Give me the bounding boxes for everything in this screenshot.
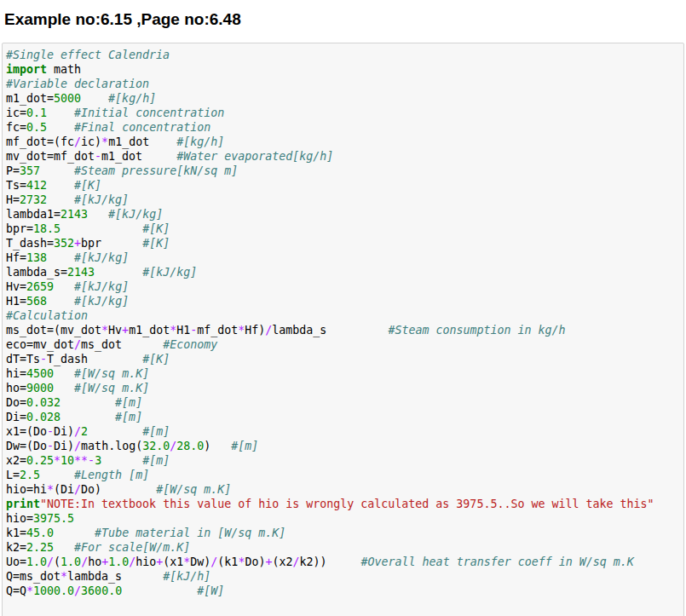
code-line: mv_dot=mf_dot-m1_dot #Water evaporated[k… [6,149,680,164]
code-token-c: #Length [m] [74,469,149,481]
code-line: T_dash=352+bpr #[K] [6,236,680,250]
code-token-k: print [6,498,40,510]
code-token-o: **- [74,454,95,467]
code-token-o: / [74,338,81,351]
code-token-o: * [61,570,67,583]
code-token-c: #Tube material in [W/sq m.K] [95,527,285,539]
code-token-p: H1 [176,324,190,337]
code-token-n: 10 [61,454,74,467]
code-line: fc=0.5 #Final concentration [6,120,680,135]
code-token-n: 0.1 [26,107,47,119]
code-token-n: 18.5 [33,222,61,235]
code-token-n: 2732 [20,193,47,206]
code-token-n: 2.5 [20,469,40,481]
code-token-p [54,280,74,293]
code-token-p: Do= [6,396,26,409]
code-line: #Variable declaration [6,77,680,91]
code-token-p: x2= [6,454,26,467]
code-token-p [88,425,142,438]
code-line: Q=ms_dot*lambda_s #[kJ/h] [6,569,680,584]
code-token-p: hi= [6,367,26,380]
code-token-p: mf_dot [197,324,238,337]
code-token-p: ic) [81,135,101,148]
code-token-s: "NOTE:In textbook this value of hio is w… [40,498,654,510]
code-token-n: 352 [54,237,74,250]
code-token-n: 357 [20,164,40,177]
code-token-p: ms_dot [81,338,122,351]
code-token-p [47,251,74,264]
code-line: P=357 #Steam pressure[kN/sq m] [6,164,680,178]
code-token-p [142,150,176,163]
code-token-p: lambda1= [6,208,61,221]
code-line: hio=3975.5 [6,511,680,526]
code-token-o: * [101,324,108,337]
code-token-n: 3975.5 [33,512,74,525]
code-token-n: 0.5 [26,121,47,134]
code-token-p [54,527,95,539]
code-token-p: (x1 [163,556,183,568]
code-line: x2=0.25*10**-3 #[m] [6,453,680,468]
code-token-n: 28.0 [176,440,204,452]
code-line: Uo=1.0/(1.0/ho+1.0/hio+(x1*Dw)/(k1*Do)+(… [6,555,680,569]
code-token-n: 138 [26,251,47,264]
code-token-c: #[kJ/kg] [74,251,129,264]
code-token-c: #[m] [142,425,170,438]
code-token-c: #[kJ/kg] [142,266,197,279]
code-token-p: T_dash= [6,237,54,250]
code-token-p [88,208,108,221]
code-token-p: ms_dot=(mv_dot [6,324,101,337]
code-token-p: Uo= [6,556,26,568]
code-line: Q=Q*1000.0/3600.0 #[W] [6,584,680,598]
code-token-p: lambda_s [67,570,122,583]
code-line: lambda1=2143 #[kJ/kg] [6,207,680,222]
code-token-p: m1_dot [129,324,170,337]
code-token-c: #[K] [74,179,101,192]
code-token-n: 1.0 [108,556,129,568]
code-token-c: #Calculation [6,309,88,322]
code-token-p [122,338,163,351]
code-token-n: 32.0 [142,440,170,452]
code-token-o: / [74,440,81,452]
code-token-p: (Di [54,483,74,496]
code-token-c: #[kg/h] [108,92,156,105]
code-token-c: #[kg/h] [176,135,224,148]
code-token-p: Do) [245,556,265,568]
code-token-c: #[W/sq m.K] [74,382,149,394]
code-token-p: Ts= [6,179,26,192]
code-token-p [95,266,142,279]
code-line: hio=hi*(Di/Do) #[W/sq m.K] [6,482,680,497]
code-token-c: #For scale[W/m.K] [74,541,190,554]
code-token-p: lambda_s [272,324,326,337]
code-line: m1_dot=5000 #[kg/h] [6,91,680,106]
code-token-p [101,483,156,496]
code-line: k2=2.25 #For scale[W/m.K] [6,540,680,555]
code-line: mf_dot=(fc/ic)*m1_dot #[kg/h] [6,135,680,149]
code-token-o: / [81,556,88,568]
code-token-n: 0.032 [26,396,61,409]
code-token-c: #Steam pressure[kN/sq m] [74,164,238,177]
code-token-p: ic= [6,107,26,119]
code-token-o: * [47,483,54,496]
code-line: Di=0.028 #[m] [6,410,680,424]
code-token-c: #Initial concentration [74,107,224,119]
code-token-n: 45.0 [26,527,54,539]
code-token-c: #[m] [115,396,142,409]
code-token-o: * [170,324,176,337]
code-token-p: Do) [81,483,101,496]
code-token-o: / [74,135,81,148]
code-token-n: 2.25 [26,541,54,554]
code-token-p: (x2 [272,556,292,568]
code-token-p [149,135,176,148]
code-line: Hv=2659 #[kJ/kg] [6,279,680,294]
code-token-p [210,440,231,452]
code-line: lambda_s=2143 #[kJ/kg] [6,265,680,279]
code-token-p: ho [88,556,101,568]
code-token-o: / [47,556,54,568]
code-token-c: #Variable declaration [6,78,149,90]
code-line: #Calculation [6,308,680,323]
code-token-p: ho= [6,382,26,394]
code-line: Hf=138 #[kJ/kg] [6,250,680,265]
code-token-n: 2143 [67,266,95,279]
code-token-n: 9000 [26,382,54,394]
code-token-c: #[m] [115,411,142,423]
